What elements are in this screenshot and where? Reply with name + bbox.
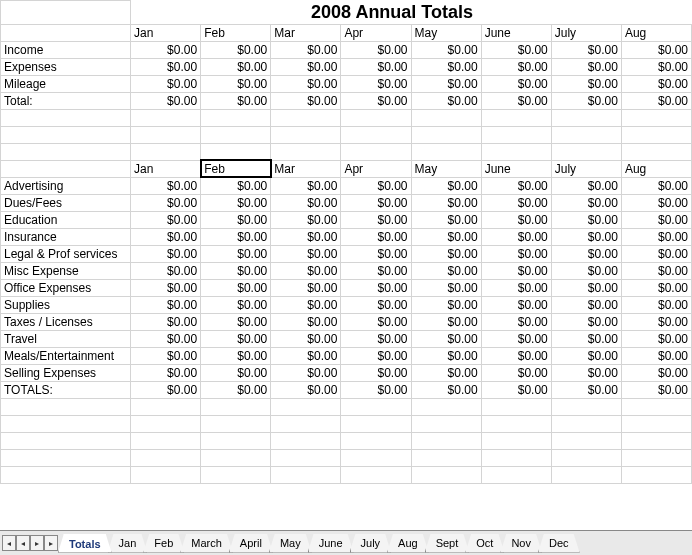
cell-value[interactable]: $0.00: [411, 262, 481, 279]
cell-value[interactable]: $0.00: [341, 245, 411, 262]
cell-value[interactable]: $0.00: [271, 330, 341, 347]
cell-value[interactable]: $0.00: [341, 330, 411, 347]
row-label[interactable]: Insurance: [1, 228, 131, 245]
cell-value[interactable]: $0.00: [551, 296, 621, 313]
cell-value[interactable]: $0.00: [201, 262, 271, 279]
month-header[interactable]: July: [551, 160, 621, 177]
row-label[interactable]: Mileage: [1, 75, 131, 92]
cell-value[interactable]: $0.00: [551, 262, 621, 279]
cell-value[interactable]: $0.00: [621, 41, 691, 58]
empty-cell[interactable]: [1, 466, 131, 483]
cell-value[interactable]: $0.00: [131, 313, 201, 330]
tab-nav-first[interactable]: ◂: [2, 535, 16, 551]
cell-value[interactable]: $0.00: [411, 245, 481, 262]
row-label[interactable]: Travel: [1, 330, 131, 347]
cell-value[interactable]: $0.00: [411, 75, 481, 92]
cell-value[interactable]: $0.00: [621, 313, 691, 330]
cell-value[interactable]: $0.00: [271, 58, 341, 75]
empty-cell[interactable]: [131, 466, 201, 483]
cell-value[interactable]: $0.00: [481, 262, 551, 279]
cell-value[interactable]: $0.00: [481, 194, 551, 211]
cell-value[interactable]: $0.00: [411, 228, 481, 245]
row-label[interactable]: Education: [1, 211, 131, 228]
cell-value[interactable]: $0.00: [131, 194, 201, 211]
empty-cell[interactable]: [201, 109, 271, 126]
month-header[interactable]: Apr: [341, 24, 411, 41]
cell-value[interactable]: $0.00: [131, 262, 201, 279]
cell-value[interactable]: $0.00: [411, 364, 481, 381]
cell-value[interactable]: $0.00: [341, 279, 411, 296]
empty-cell[interactable]: [271, 143, 341, 160]
cell-value[interactable]: $0.00: [131, 296, 201, 313]
cell-value[interactable]: $0.00: [481, 58, 551, 75]
cell-value[interactable]: $0.00: [271, 75, 341, 92]
empty-cell[interactable]: [1, 432, 131, 449]
empty-cell[interactable]: [1, 143, 131, 160]
month-header[interactable]: Aug: [621, 160, 691, 177]
month-header[interactable]: Mar: [271, 160, 341, 177]
cell-value[interactable]: $0.00: [271, 347, 341, 364]
empty-cell[interactable]: [621, 398, 691, 415]
empty-cell[interactable]: [271, 398, 341, 415]
month-header[interactable]: Feb: [201, 24, 271, 41]
sheet-tab-sept[interactable]: Sept: [425, 534, 470, 553]
month-header[interactable]: Aug: [621, 24, 691, 41]
cell-value[interactable]: $0.00: [551, 211, 621, 228]
cell-value[interactable]: $0.00: [201, 177, 271, 194]
empty-cell[interactable]: [341, 398, 411, 415]
row-label[interactable]: Supplies: [1, 296, 131, 313]
empty-cell[interactable]: [411, 126, 481, 143]
cell-value[interactable]: $0.00: [551, 228, 621, 245]
empty-cell[interactable]: [621, 466, 691, 483]
cell-value[interactable]: $0.00: [201, 92, 271, 109]
cell-value[interactable]: $0.00: [411, 347, 481, 364]
cell-value[interactable]: $0.00: [271, 245, 341, 262]
cell-value[interactable]: $0.00: [551, 41, 621, 58]
empty-cell[interactable]: [481, 466, 551, 483]
empty-cell[interactable]: [341, 449, 411, 466]
cell-value[interactable]: $0.00: [481, 381, 551, 398]
cell-value[interactable]: $0.00: [271, 194, 341, 211]
empty-cell[interactable]: [271, 109, 341, 126]
row-label[interactable]: Total:: [1, 92, 131, 109]
empty-cell[interactable]: [201, 432, 271, 449]
cell-value[interactable]: $0.00: [271, 177, 341, 194]
cell-value[interactable]: $0.00: [551, 245, 621, 262]
cell-value[interactable]: $0.00: [621, 75, 691, 92]
empty-cell[interactable]: [271, 466, 341, 483]
empty-cell[interactable]: [341, 415, 411, 432]
cell-value[interactable]: $0.00: [551, 347, 621, 364]
empty-cell[interactable]: [551, 432, 621, 449]
cell-value[interactable]: $0.00: [271, 92, 341, 109]
cell-value[interactable]: $0.00: [271, 313, 341, 330]
cell-value[interactable]: $0.00: [481, 228, 551, 245]
empty-cell[interactable]: [411, 398, 481, 415]
cell-value[interactable]: $0.00: [551, 279, 621, 296]
cell-value[interactable]: $0.00: [621, 245, 691, 262]
cell-value[interactable]: $0.00: [551, 75, 621, 92]
empty-cell[interactable]: [481, 126, 551, 143]
empty-cell[interactable]: [1, 1, 131, 25]
empty-cell[interactable]: [411, 109, 481, 126]
empty-cell[interactable]: [551, 449, 621, 466]
cell-value[interactable]: $0.00: [411, 58, 481, 75]
empty-cell[interactable]: [201, 398, 271, 415]
cell-value[interactable]: $0.00: [131, 279, 201, 296]
empty-cell[interactable]: [131, 449, 201, 466]
cell-value[interactable]: $0.00: [341, 58, 411, 75]
month-header[interactable]: July: [551, 24, 621, 41]
empty-cell[interactable]: [201, 415, 271, 432]
cell-value[interactable]: $0.00: [201, 58, 271, 75]
sheet-tab-jan[interactable]: Jan: [108, 534, 148, 553]
cell-value[interactable]: $0.00: [551, 330, 621, 347]
cell-value[interactable]: $0.00: [131, 41, 201, 58]
cell-value[interactable]: $0.00: [481, 177, 551, 194]
empty-cell[interactable]: [1, 449, 131, 466]
month-header[interactable]: Mar: [271, 24, 341, 41]
empty-cell[interactable]: [201, 126, 271, 143]
cell-value[interactable]: $0.00: [131, 211, 201, 228]
sheet-tab-june[interactable]: June: [308, 534, 354, 553]
cell-value[interactable]: $0.00: [271, 262, 341, 279]
cell-value[interactable]: $0.00: [341, 381, 411, 398]
cell-value[interactable]: $0.00: [271, 211, 341, 228]
